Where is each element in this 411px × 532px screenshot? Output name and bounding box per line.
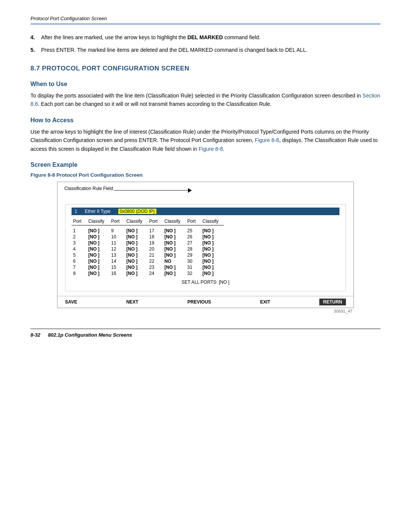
footer-chapter: 802.1p Configuration Menu Screens [48, 332, 132, 338]
table-row: 7 [NO ] 15 [NO ] 23 [NO ] 31 [NO ] [72, 264, 339, 270]
step-5: 5. Press ENTER. The marked line items ar… [30, 46, 381, 54]
port-rows: 1 [NO ] 9 [NO ] 17 [NO ] 25 [NO ] 2 [NO … [72, 228, 339, 276]
section-title: Protocol Port Configuration Screen [30, 16, 107, 21]
table-row: 4 [NO ] 12 [NO ] 20 [NO ] 28 [NO ] [72, 246, 339, 252]
bottom-nav-bar: SAVE NEXT PREVIOUS EXIT RETURN [57, 296, 354, 308]
table-row: 1 [NO ] 9 [NO ] 17 [NO ] 25 [NO ] [72, 228, 339, 234]
footer-page: 8-32 [30, 332, 40, 338]
table-row: 8 [NO ] 16 [NO ] 24 [NO ] 32 [NO ] [72, 270, 339, 276]
table-row: 2 [NO ] 10 [NO ] 18 [NO ] 26 [NO ] [72, 234, 339, 240]
col-classify-3: Classify [163, 218, 186, 225]
selected-row: 1 Ether II Type 0x0800 (DOD IP) [72, 208, 339, 215]
when-to-use-heading: When to Use [30, 81, 381, 88]
selected-col2: Ether II Type [85, 209, 111, 214]
screen-container: Classification Rule Field 1 Ether II Typ… [57, 182, 354, 308]
col-classify-1: Classify [87, 218, 110, 225]
step-4-num: 4. [30, 34, 41, 42]
exit-label: EXIT [260, 299, 270, 305]
next-label: NEXT [126, 299, 139, 305]
section-8-6-link[interactable]: Section 8.6 [30, 93, 380, 107]
step-4: 4. After the lines are marked, use the a… [30, 34, 381, 42]
svg-marker-1 [188, 188, 192, 193]
col-port-3: Port [148, 218, 163, 225]
col-classify-2: Classify [125, 218, 148, 225]
set-all-text: SET ALL PORTS: [NO ] [182, 280, 229, 285]
selected-col3: 0x0800 (DOD IP) [118, 209, 156, 214]
step-5-num: 5. [30, 46, 41, 54]
col-classify-4: Classify [201, 218, 224, 225]
table-row: 5 [NO ] 13 [NO ] 21 [NO ] 29 [NO ] [72, 252, 339, 258]
return-button[interactable]: RETURN [319, 299, 346, 305]
screen-example-heading: Screen Example [30, 161, 381, 168]
callout-arrow [114, 185, 198, 203]
figure-note: 30691_47 [57, 309, 354, 313]
table-row: 3 [NO ] 11 [NO ] 19 [NO ] 27 [NO ] [72, 240, 339, 246]
classification-label-area: Classification Rule Field [57, 182, 354, 204]
col-port-1: Port [72, 218, 87, 225]
figure-label: Figure 8-8 Protocol Port Configuration S… [30, 172, 381, 178]
selected-col1: 1 [75, 209, 77, 214]
how-to-access-text: Use the arrow keys to highlight the line… [30, 128, 381, 153]
step-4-text: After the lines are marked, use the arro… [41, 34, 260, 42]
column-headers: Port Classify Port Classify Port Classif… [72, 218, 339, 225]
set-all-row: SET ALL PORTS: [NO ] [72, 276, 339, 286]
step-list: 4. After the lines are marked, use the a… [30, 34, 381, 54]
screen-inner: 1 Ether II Type 0x0800 (DOD IP) Port Cla… [65, 204, 346, 291]
col-port-2: Port [110, 218, 125, 225]
page-footer: 8-32 802.1p Configuration Menu Screens [30, 329, 381, 338]
previous-label: PREVIOUS [188, 299, 211, 305]
figure-8-8-link-2[interactable]: Figure 8-8 [199, 146, 223, 152]
table-row: 6 [NO ] 14 [NO ] 22 NO 30 [NO ] [72, 258, 339, 264]
classification-label: Classification Rule Field [64, 186, 113, 191]
step-5-text: Press ENTER. The marked line items are d… [41, 46, 307, 54]
save-label: SAVE [65, 299, 77, 305]
page-header: Protocol Port Configuration Screen [30, 15, 381, 24]
figure-8-8-link-1[interactable]: Figure 8-8 [255, 137, 279, 143]
when-to-use-text: To display the ports associated with the… [30, 91, 381, 109]
col-port-4: Port [186, 218, 201, 225]
how-to-access-heading: How to Access [30, 117, 381, 124]
section-heading: 8.7 PROTOCOL PORT CONFIGURATION SCREEN [30, 65, 381, 72]
